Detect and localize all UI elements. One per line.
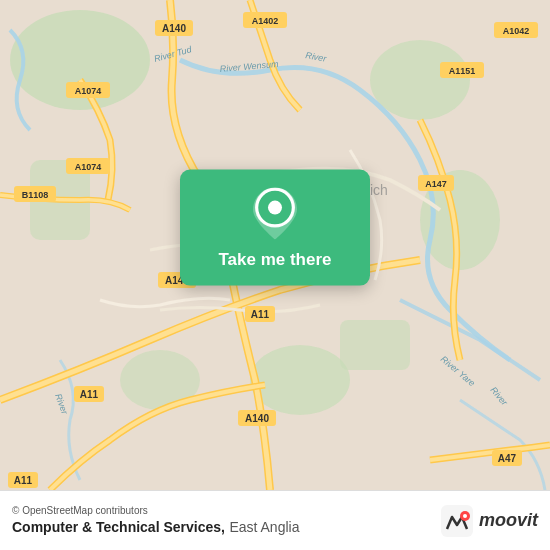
svg-point-45 bbox=[268, 201, 282, 215]
svg-text:A1042: A1042 bbox=[503, 26, 530, 36]
map-container: A140 A1402 A1151 A1042 A1074 A1074 A147 … bbox=[0, 0, 550, 490]
bottom-bar-content: © OpenStreetMap contributors Computer & … bbox=[12, 505, 441, 536]
svg-text:A11: A11 bbox=[80, 389, 99, 400]
moovit-logo: moovit bbox=[441, 505, 538, 537]
svg-rect-46 bbox=[441, 505, 473, 537]
svg-text:A1151: A1151 bbox=[449, 66, 476, 76]
svg-text:A47: A47 bbox=[498, 453, 517, 464]
take-me-there-label: Take me there bbox=[218, 250, 331, 270]
place-region: East Anglia bbox=[229, 519, 299, 535]
place-name: Computer & Technical Services, bbox=[12, 519, 225, 535]
svg-text:A1074: A1074 bbox=[75, 162, 102, 172]
svg-text:ich: ich bbox=[370, 182, 388, 198]
moovit-icon bbox=[441, 505, 473, 537]
take-me-there-button[interactable]: Take me there bbox=[180, 170, 370, 286]
bottom-bar: © OpenStreetMap contributors Computer & … bbox=[0, 490, 550, 550]
osm-attribution: © OpenStreetMap contributors bbox=[12, 505, 441, 516]
svg-point-2 bbox=[370, 40, 470, 120]
svg-point-5 bbox=[250, 345, 350, 415]
place-info: Computer & Technical Services, East Angl… bbox=[12, 518, 441, 536]
svg-point-48 bbox=[463, 514, 467, 518]
svg-text:A11: A11 bbox=[251, 309, 270, 320]
location-pin-icon bbox=[249, 188, 301, 240]
svg-text:A140: A140 bbox=[162, 23, 186, 34]
svg-text:A1402: A1402 bbox=[252, 16, 279, 26]
svg-rect-7 bbox=[340, 320, 410, 370]
svg-text:A1074: A1074 bbox=[75, 86, 102, 96]
svg-text:A140: A140 bbox=[245, 413, 269, 424]
svg-text:A147: A147 bbox=[425, 179, 447, 189]
moovit-text: moovit bbox=[479, 510, 538, 531]
svg-text:B1108: B1108 bbox=[22, 190, 49, 200]
svg-text:A11: A11 bbox=[14, 475, 33, 486]
